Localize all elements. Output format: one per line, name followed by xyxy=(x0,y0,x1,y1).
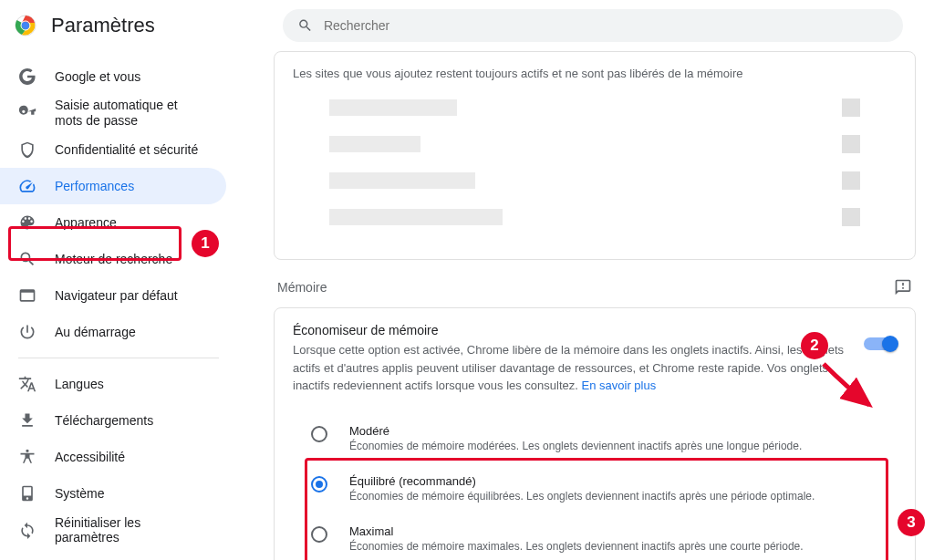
learn-more-link[interactable]: En savoir plus xyxy=(582,379,657,392)
sidebar-item-performance[interactable]: Performances xyxy=(0,168,226,204)
radio-icon xyxy=(311,526,327,543)
radio-description: Économies de mémoire modérées. Les ongle… xyxy=(349,440,802,452)
sidebar-item-label: Au démarrage xyxy=(55,325,136,339)
radio-label: Équilibré (recommandé) xyxy=(349,474,815,488)
sidebar-item-label: Accessibilité xyxy=(55,450,125,464)
google-icon xyxy=(18,67,36,86)
sidebar-item-downloads[interactable]: Téléchargements xyxy=(0,402,226,439)
sidebar-item-label: Saisie automatique et mots de passe xyxy=(55,98,208,129)
header: Paramètres xyxy=(0,0,934,51)
download-icon xyxy=(18,411,36,430)
sidebar-item-label: Apparence xyxy=(55,215,117,230)
speed-icon xyxy=(18,177,36,195)
sidebar-divider xyxy=(18,358,219,358)
sidebar-item-label: Performances xyxy=(55,179,134,193)
radio-option-moderate[interactable]: Modéré Économies de mémoire modérées. Le… xyxy=(293,413,897,463)
chrome-logo-icon xyxy=(15,15,36,36)
sidebar-item-system[interactable]: Système xyxy=(0,475,226,512)
search-input[interactable] xyxy=(324,18,888,33)
sidebar-item-autofill[interactable]: Saisie automatique et mots de passe xyxy=(0,95,226,131)
memory-saver-description: Lorsque cette option est activée, Chrome… xyxy=(293,341,846,395)
sidebar-item-default-browser[interactable]: Navigateur par défaut xyxy=(0,277,226,314)
placeholder-row xyxy=(329,99,860,117)
sidebar-item-label: Téléchargements xyxy=(55,413,153,428)
page-title: Paramètres xyxy=(51,14,155,37)
search-icon xyxy=(297,17,313,34)
memory-saver-options: Modéré Économies de mémoire modérées. Le… xyxy=(293,410,897,561)
radio-icon xyxy=(311,476,327,493)
system-icon xyxy=(18,484,36,503)
memory-saver-card: Économiseur de mémoire Lorsque cette opt… xyxy=(274,307,916,560)
always-active-description: Les sites que vous ajoutez restent toujo… xyxy=(293,67,897,80)
radio-description: Économies de mémoire équilibrées. Les on… xyxy=(349,490,815,503)
sidebar-item-search-engine[interactable]: Moteur de recherche xyxy=(0,241,226,277)
main-content: Ajouter Les sites que vous ajoutez reste… xyxy=(237,51,934,560)
radio-label: Modéré xyxy=(349,424,802,438)
sidebar-item-label: Réinitialiser les paramètres xyxy=(55,515,208,544)
placeholder-row xyxy=(329,208,860,226)
radio-option-maximum[interactable]: Maximal Économies de mémoire maximales. … xyxy=(293,513,897,561)
sidebar-item-reset[interactable]: Réinitialiser les paramètres xyxy=(0,512,226,548)
reset-icon xyxy=(18,521,36,539)
sidebar-item-privacy[interactable]: Confidentialité et sécurité xyxy=(0,131,226,168)
radio-option-balanced[interactable]: Équilibré (recommandé) Économies de mémo… xyxy=(293,463,897,513)
radio-label: Maximal xyxy=(349,524,804,538)
sidebar-item-accessibility[interactable]: Accessibilité xyxy=(0,439,226,475)
memory-saver-toggle[interactable] xyxy=(864,337,897,350)
placeholder-row xyxy=(329,171,860,190)
sidebar-item-label: Google et vous xyxy=(55,69,140,84)
placeholder-row xyxy=(329,135,860,153)
browser-icon xyxy=(18,286,36,305)
sidebar-item-appearance[interactable]: Apparence xyxy=(0,204,226,241)
sidebar-item-languages[interactable]: Langues xyxy=(0,366,226,402)
sidebar-item-google[interactable]: Google et vous xyxy=(0,58,226,95)
sidebar-item-label: Système xyxy=(55,486,104,501)
sidebar-item-label: Moteur de recherche xyxy=(55,252,172,266)
always-active-card: Les sites que vous ajoutez restent toujo… xyxy=(274,51,916,260)
sidebar-item-label: Langues xyxy=(55,377,104,391)
sidebar: Google et vous Saisie automatique et mot… xyxy=(0,51,237,560)
sidebar-item-label: Confidentialité et sécurité xyxy=(55,142,198,157)
sidebar-item-label: Navigateur par défaut xyxy=(55,288,178,303)
radio-description: Économies de mémoire maximales. Les ongl… xyxy=(349,540,804,553)
search-bar[interactable] xyxy=(283,9,903,42)
shield-icon xyxy=(18,140,36,159)
power-icon xyxy=(18,323,36,341)
paint-icon xyxy=(18,213,36,232)
memory-saver-title: Économiseur de mémoire xyxy=(293,323,846,337)
svg-point-2 xyxy=(22,22,29,29)
sidebar-item-startup[interactable]: Au démarrage xyxy=(0,314,226,350)
accessibility-icon xyxy=(18,448,36,466)
feedback-icon[interactable] xyxy=(894,278,912,296)
key-icon xyxy=(18,104,36,122)
search-icon xyxy=(18,250,36,268)
radio-icon xyxy=(311,426,327,442)
translate-icon xyxy=(18,375,36,393)
memory-section-title: Mémoire xyxy=(277,280,327,295)
